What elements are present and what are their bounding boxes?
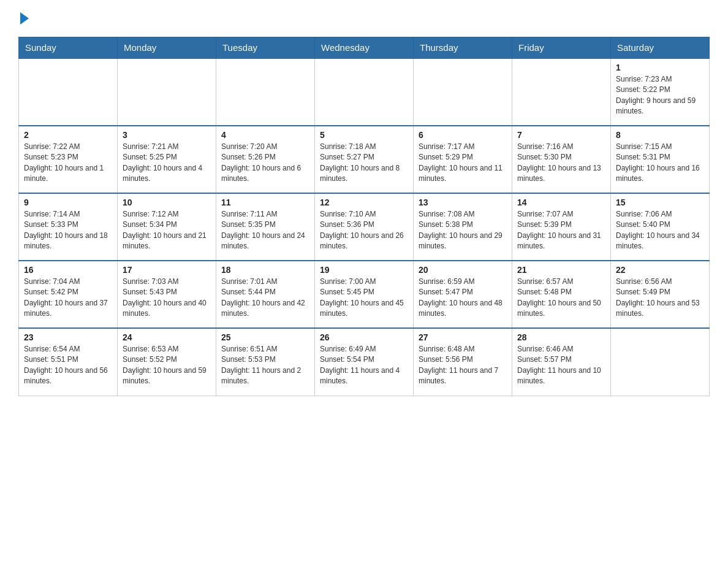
day-number: 22 <box>616 265 704 275</box>
day-info: Sunrise: 6:57 AM Sunset: 5:48 PM Dayligh… <box>517 277 605 320</box>
table-row: 7Sunrise: 7:16 AM Sunset: 5:30 PM Daylig… <box>512 126 611 193</box>
table-row: 20Sunrise: 6:59 AM Sunset: 5:47 PM Dayli… <box>414 261 512 328</box>
day-info: Sunrise: 7:14 AM Sunset: 5:33 PM Dayligh… <box>24 209 112 252</box>
table-row: 23Sunrise: 6:54 AM Sunset: 5:51 PM Dayli… <box>19 328 118 396</box>
day-number: 9 <box>24 197 112 207</box>
day-number: 25 <box>221 332 309 342</box>
table-row: 9Sunrise: 7:14 AM Sunset: 5:33 PM Daylig… <box>19 193 118 261</box>
day-info: Sunrise: 7:07 AM Sunset: 5:39 PM Dayligh… <box>517 209 605 252</box>
day-info: Sunrise: 6:56 AM Sunset: 5:49 PM Dayligh… <box>616 277 704 320</box>
day-info: Sunrise: 6:54 AM Sunset: 5:51 PM Dayligh… <box>24 344 112 387</box>
table-row: 10Sunrise: 7:12 AM Sunset: 5:34 PM Dayli… <box>118 193 216 261</box>
day-info: Sunrise: 7:12 AM Sunset: 5:34 PM Dayligh… <box>123 209 211 252</box>
day-number: 27 <box>419 332 507 342</box>
table-row: 15Sunrise: 7:06 AM Sunset: 5:40 PM Dayli… <box>611 193 710 261</box>
table-row: 13Sunrise: 7:08 AM Sunset: 5:38 PM Dayli… <box>414 193 512 261</box>
day-number: 1 <box>616 63 704 72</box>
day-number: 5 <box>320 130 408 140</box>
table-row: 21Sunrise: 6:57 AM Sunset: 5:48 PM Dayli… <box>512 261 611 328</box>
day-info: Sunrise: 7:21 AM Sunset: 5:25 PM Dayligh… <box>123 142 211 185</box>
col-monday: Monday <box>118 37 216 59</box>
page-header <box>18 12 710 27</box>
day-number: 6 <box>419 130 507 140</box>
table-row <box>19 58 118 126</box>
col-thursday: Thursday <box>414 37 512 59</box>
calendar-week-row: 1Sunrise: 7:23 AM Sunset: 5:22 PM Daylig… <box>19 58 710 126</box>
day-number: 14 <box>517 197 605 207</box>
day-number: 21 <box>517 265 605 275</box>
logo <box>18 12 29 27</box>
table-row: 16Sunrise: 7:04 AM Sunset: 5:42 PM Dayli… <box>19 261 118 328</box>
col-friday: Friday <box>512 37 611 59</box>
day-number: 3 <box>123 130 211 140</box>
day-info: Sunrise: 6:46 AM Sunset: 5:57 PM Dayligh… <box>517 344 605 387</box>
day-number: 19 <box>320 265 408 275</box>
col-tuesday: Tuesday <box>216 37 315 59</box>
calendar-header-row: Sunday Monday Tuesday Wednesday Thursday… <box>19 37 710 59</box>
day-info: Sunrise: 7:16 AM Sunset: 5:30 PM Dayligh… <box>517 142 605 185</box>
day-number: 20 <box>419 265 507 275</box>
day-info: Sunrise: 7:11 AM Sunset: 5:35 PM Dayligh… <box>221 209 309 252</box>
col-sunday: Sunday <box>19 37 118 59</box>
table-row: 5Sunrise: 7:18 AM Sunset: 5:27 PM Daylig… <box>315 126 414 193</box>
day-info: Sunrise: 7:22 AM Sunset: 5:23 PM Dayligh… <box>24 142 112 185</box>
day-info: Sunrise: 7:18 AM Sunset: 5:27 PM Dayligh… <box>320 142 408 185</box>
calendar-week-row: 9Sunrise: 7:14 AM Sunset: 5:33 PM Daylig… <box>19 193 710 261</box>
day-info: Sunrise: 7:15 AM Sunset: 5:31 PM Dayligh… <box>616 142 704 185</box>
table-row: 14Sunrise: 7:07 AM Sunset: 5:39 PM Dayli… <box>512 193 611 261</box>
table-row <box>611 328 710 396</box>
table-row <box>512 58 611 126</box>
table-row <box>315 58 414 126</box>
table-row <box>414 58 512 126</box>
day-info: Sunrise: 7:04 AM Sunset: 5:42 PM Dayligh… <box>24 277 112 320</box>
table-row: 8Sunrise: 7:15 AM Sunset: 5:31 PM Daylig… <box>611 126 710 193</box>
calendar-week-row: 16Sunrise: 7:04 AM Sunset: 5:42 PM Dayli… <box>19 261 710 328</box>
table-row: 19Sunrise: 7:00 AM Sunset: 5:45 PM Dayli… <box>315 261 414 328</box>
day-number: 8 <box>616 130 704 140</box>
day-number: 23 <box>24 332 112 342</box>
table-row <box>216 58 315 126</box>
table-row: 17Sunrise: 7:03 AM Sunset: 5:43 PM Dayli… <box>118 261 216 328</box>
day-number: 7 <box>517 130 605 140</box>
table-row: 12Sunrise: 7:10 AM Sunset: 5:36 PM Dayli… <box>315 193 414 261</box>
day-number: 4 <box>221 130 309 140</box>
day-info: Sunrise: 6:51 AM Sunset: 5:53 PM Dayligh… <box>221 344 309 387</box>
day-number: 13 <box>419 197 507 207</box>
day-number: 16 <box>24 265 112 275</box>
table-row <box>118 58 216 126</box>
day-number: 26 <box>320 332 408 342</box>
day-number: 18 <box>221 265 309 275</box>
day-number: 15 <box>616 197 704 207</box>
table-row: 24Sunrise: 6:53 AM Sunset: 5:52 PM Dayli… <box>118 328 216 396</box>
calendar-table: Sunday Monday Tuesday Wednesday Thursday… <box>18 37 710 396</box>
table-row: 11Sunrise: 7:11 AM Sunset: 5:35 PM Dayli… <box>216 193 315 261</box>
col-saturday: Saturday <box>611 37 710 59</box>
day-info: Sunrise: 7:17 AM Sunset: 5:29 PM Dayligh… <box>419 142 507 185</box>
day-number: 24 <box>123 332 211 342</box>
day-number: 12 <box>320 197 408 207</box>
logo-arrow-icon <box>20 12 29 25</box>
day-info: Sunrise: 6:48 AM Sunset: 5:56 PM Dayligh… <box>419 344 507 387</box>
calendar-week-row: 23Sunrise: 6:54 AM Sunset: 5:51 PM Dayli… <box>19 328 710 396</box>
col-wednesday: Wednesday <box>315 37 414 59</box>
table-row: 6Sunrise: 7:17 AM Sunset: 5:29 PM Daylig… <box>414 126 512 193</box>
table-row: 1Sunrise: 7:23 AM Sunset: 5:22 PM Daylig… <box>611 58 710 126</box>
table-row: 26Sunrise: 6:49 AM Sunset: 5:54 PM Dayli… <box>315 328 414 396</box>
day-info: Sunrise: 7:01 AM Sunset: 5:44 PM Dayligh… <box>221 277 309 320</box>
day-info: Sunrise: 6:59 AM Sunset: 5:47 PM Dayligh… <box>419 277 507 320</box>
day-info: Sunrise: 7:23 AM Sunset: 5:22 PM Dayligh… <box>616 74 704 117</box>
day-info: Sunrise: 6:53 AM Sunset: 5:52 PM Dayligh… <box>123 344 211 387</box>
day-info: Sunrise: 7:06 AM Sunset: 5:40 PM Dayligh… <box>616 209 704 252</box>
calendar-week-row: 2Sunrise: 7:22 AM Sunset: 5:23 PM Daylig… <box>19 126 710 193</box>
day-number: 2 <box>24 130 112 140</box>
day-info: Sunrise: 7:08 AM Sunset: 5:38 PM Dayligh… <box>419 209 507 252</box>
day-info: Sunrise: 7:10 AM Sunset: 5:36 PM Dayligh… <box>320 209 408 252</box>
table-row: 4Sunrise: 7:20 AM Sunset: 5:26 PM Daylig… <box>216 126 315 193</box>
day-number: 11 <box>221 197 309 207</box>
table-row: 18Sunrise: 7:01 AM Sunset: 5:44 PM Dayli… <box>216 261 315 328</box>
day-number: 28 <box>517 332 605 342</box>
table-row: 22Sunrise: 6:56 AM Sunset: 5:49 PM Dayli… <box>611 261 710 328</box>
table-row: 28Sunrise: 6:46 AM Sunset: 5:57 PM Dayli… <box>512 328 611 396</box>
table-row: 27Sunrise: 6:48 AM Sunset: 5:56 PM Dayli… <box>414 328 512 396</box>
table-row: 2Sunrise: 7:22 AM Sunset: 5:23 PM Daylig… <box>19 126 118 193</box>
